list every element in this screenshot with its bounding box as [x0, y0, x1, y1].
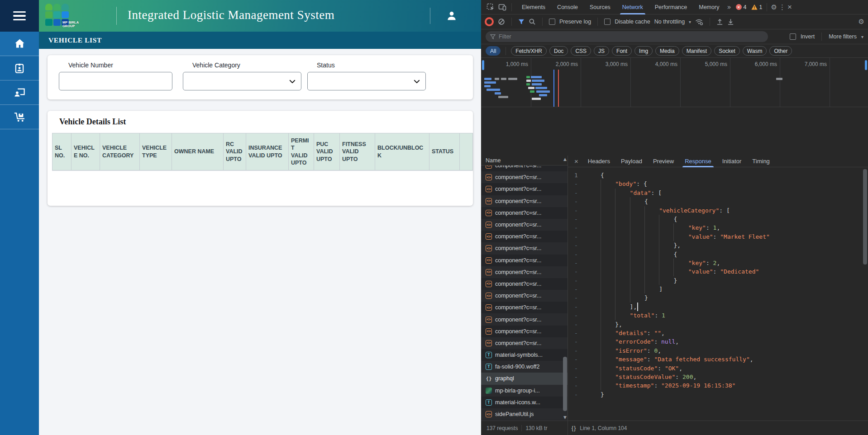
network-settings-gear-icon[interactable]: ⚙ [858, 18, 864, 26]
filter-select[interactable] [307, 72, 426, 90]
scroll-down-icon[interactable]: ▼ [563, 415, 567, 420]
indent-guide [601, 346, 615, 355]
chip-doc[interactable]: Doc [549, 46, 568, 56]
user-profile-button[interactable] [443, 8, 461, 24]
filter-panel: Vehicle NumberVehicle CategoryStatus [48, 55, 473, 99]
sidebar-item-trolley[interactable] [0, 105, 39, 129]
request-name: component?c=sr... [495, 198, 542, 204]
filter-text-input[interactable] [59, 72, 172, 90]
request-row[interactable]: Tmaterial-symbols... [481, 349, 568, 361]
request-row[interactable]: <>component?c=sr... [481, 165, 568, 171]
more-tabs-button[interactable]: » [727, 3, 731, 11]
chip-font[interactable]: Font [612, 46, 632, 56]
response-tab-response[interactable]: Response [680, 156, 716, 167]
request-row[interactable]: <>component?c=sr... [481, 171, 568, 183]
warning-badge[interactable]: 1 [751, 4, 763, 10]
disable-cache-checkbox[interactable] [604, 19, 610, 25]
chip-js[interactable]: JS [594, 46, 609, 56]
request-row[interactable]: <>component?c=sr... [481, 266, 568, 278]
response-tab-initiator[interactable]: Initiator [717, 156, 747, 167]
indent-guide [630, 206, 644, 215]
request-row[interactable]: <>component?c=sr... [481, 231, 568, 242]
record-network-log-button[interactable] [485, 17, 494, 26]
close-devtools-icon[interactable]: × [787, 3, 792, 12]
tab-network[interactable]: Network [616, 0, 649, 14]
chip-manifest[interactable]: Manifest [682, 46, 711, 56]
filter-input[interactable]: Filter [486, 31, 768, 42]
tab-elements[interactable]: Elements [516, 0, 551, 14]
response-tab-payload[interactable]: Payload [616, 156, 647, 167]
import-har-icon[interactable] [716, 19, 723, 25]
timeline-left-handle[interactable] [482, 60, 484, 70]
chip-css[interactable]: CSS [571, 46, 591, 56]
timeline-right-handle[interactable] [865, 60, 867, 70]
request-row[interactable]: <>component?c=sr... [481, 207, 568, 219]
search-icon[interactable] [529, 18, 536, 25]
sidebar-item-badge[interactable] [0, 56, 39, 80]
invert-checkbox[interactable] [790, 33, 796, 40]
request-row[interactable]: <>component?c=sr... [481, 255, 568, 266]
tab-memory[interactable]: Memory [693, 0, 725, 14]
request-row[interactable]: <>component?c=sr... [481, 242, 568, 254]
export-har-icon[interactable] [727, 19, 734, 25]
clear-network-log-icon[interactable] [498, 18, 505, 25]
request-row[interactable]: <>component?c=sr... [481, 278, 568, 290]
request-row[interactable]: <>component?c=sr... [481, 290, 568, 302]
menu-button[interactable] [0, 0, 39, 32]
chip-fetchxhr[interactable]: Fetch/XHR [511, 46, 547, 56]
preserve-log-checkbox[interactable] [549, 19, 555, 25]
response-body-viewer[interactable]: 1{-"body": {-"data": [-{-"vehicleCategor… [568, 167, 868, 421]
request-row[interactable]: <>component?c=sr... [481, 219, 568, 231]
request-row[interactable]: <>component?c=sr... [481, 337, 568, 349]
sidebar-item-copresent[interactable] [0, 80, 39, 105]
token: "Data fetched successfully" [654, 355, 749, 364]
chip-img[interactable]: Img [634, 46, 653, 56]
filter-toggle-icon[interactable] [518, 19, 525, 25]
request-row[interactable]: <>component?c=sr... [481, 195, 568, 207]
request-row[interactable]: mp-birla-group-i... [481, 385, 568, 397]
timeline-gridline [581, 58, 581, 107]
request-row[interactable]: {}graphql [481, 373, 568, 384]
sidebar-item-home[interactable] [0, 32, 39, 56]
tab-console[interactable]: Console [551, 0, 584, 14]
scroll-up-icon[interactable]: ▲ [563, 157, 567, 161]
request-row[interactable]: Tfa-solid-900.woff2 [481, 361, 568, 373]
close-request-icon[interactable]: × [571, 157, 582, 165]
kebab-menu-icon[interactable]: ⋮ [779, 3, 786, 11]
response-tab-preview[interactable]: Preview [648, 156, 679, 167]
tab-performance[interactable]: Performance [649, 0, 693, 14]
request-list-header[interactable]: Name [481, 156, 568, 165]
chip-socket[interactable]: Socket [714, 46, 740, 56]
request-row[interactable]: <>component?c=sr... [481, 313, 568, 325]
chip-other[interactable]: Other [769, 46, 792, 56]
chip-wasm[interactable]: Wasm [743, 46, 767, 56]
format-braces-icon[interactable]: { } [572, 425, 575, 431]
js-file-icon: <> [486, 222, 492, 228]
throttling-caret-icon: ▾ [689, 19, 691, 24]
request-row[interactable]: Tmaterial-icons.w... [481, 397, 568, 408]
tab-sources[interactable]: Sources [584, 0, 616, 14]
chip-all[interactable]: All [486, 46, 501, 56]
token: , [679, 364, 682, 373]
settings-gear-icon[interactable]: ⚙ [771, 3, 777, 11]
device-toolbar-button[interactable] [497, 2, 507, 12]
response-tab-headers[interactable]: Headers [583, 156, 615, 167]
chip-media[interactable]: Media [655, 46, 679, 56]
code-text: ] [601, 285, 663, 293]
request-row[interactable]: <>component?c=sr... [481, 326, 568, 337]
request-row[interactable]: <>component?c=sr... [481, 183, 568, 195]
network-conditions-icon[interactable] [695, 18, 703, 25]
inspect-element-button[interactable] [486, 2, 496, 12]
throttling-select[interactable]: No throttling [654, 19, 685, 25]
network-overview-timeline[interactable]: 1,000 ms2,000 ms3,000 ms4,000 ms5,000 ms… [481, 58, 868, 107]
error-badge[interactable]: × 4 [736, 4, 747, 10]
request-list-scrollbar[interactable] [563, 357, 567, 411]
response-tab-timing[interactable]: Timing [747, 156, 775, 167]
font-file-icon: T [486, 399, 492, 406]
token: , [658, 346, 661, 355]
more-filters-button[interactable]: More filters [829, 33, 857, 40]
request-row[interactable]: <>sidePanelUtil.js [481, 408, 568, 420]
filter-select[interactable] [183, 72, 301, 90]
request-row[interactable]: <>component?c=sr... [481, 302, 568, 313]
response-scrollbar[interactable] [863, 169, 867, 265]
